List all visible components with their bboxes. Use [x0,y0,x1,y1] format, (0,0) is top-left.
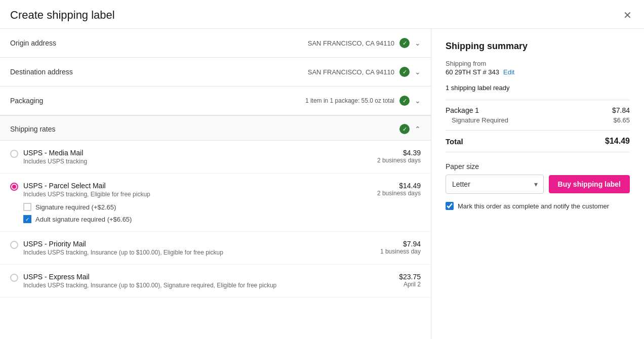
rate-main-usps-media: USPS - Media Mail Includes USPS tracking… [10,149,421,165]
rate-price-usps-parcel: $14.49 [377,182,421,190]
rates-header[interactable]: Shipping rates ✓ ⌃ [0,115,431,141]
close-button[interactable]: ✕ [621,8,634,22]
rate-info-usps-parcel: USPS - Parcel Select Mail Includes USPS … [23,182,150,198]
rate-name-usps-priority: USPS - Priority Mail [23,240,223,248]
modal-body: Origin address SAN FRANCISCO, CA 94110 ✓… [0,29,644,339]
left-panel: Origin address SAN FRANCISCO, CA 94110 ✓… [0,29,431,339]
rate-price-col-usps-express: $23.75 April 2 [399,273,421,288]
rate-days-usps-express: April 2 [399,281,421,288]
rates-chevron-icon: ⌃ [415,125,421,133]
destination-header-left: Destination address [10,68,73,76]
destination-label: Destination address [10,68,73,76]
paper-size-select[interactable]: Letter 4x6 Label [446,175,544,194]
checkbox-signature-required[interactable] [23,203,31,211]
edit-link[interactable]: Edit [503,68,514,76]
addon-adult-signature: ✓ Adult signature required (+$6.65) [23,215,421,223]
right-panel: Shipping summary Shipping from 60 29TH S… [431,29,644,339]
summary-address: 60 29TH ST # 343 [446,68,499,76]
paper-size-section: Paper size Letter 4x6 Label Buy shipping… [446,162,630,194]
rate-price-col-usps-parcel: $14.49 2 business days [377,182,421,197]
packaging-check-icon: ✓ [399,96,410,106]
destination-header-right: SAN FRANCISCO, CA 94110 ✓ ⌄ [308,67,421,77]
paper-size-label: Paper size [446,162,630,171]
rate-desc-usps-priority: Includes USPS tracking, Insurance (up to… [23,249,223,256]
rate-info-usps-media: USPS - Media Mail Includes USPS tracking [23,149,87,165]
radio-usps-express[interactable] [10,274,18,282]
radio-usps-parcel[interactable] [10,183,18,191]
modal-title: Create shipping label [10,9,115,22]
summary-package-price: $7.84 [612,106,630,114]
origin-chevron-icon: ⌄ [415,39,421,47]
destination-header[interactable]: Destination address SAN FRANCISCO, CA 94… [0,58,431,86]
summary-divider-1 [446,100,630,100]
packaging-chevron-icon: ⌄ [415,97,421,105]
addon-label-adult-signature: Adult signature required (+$6.65) [35,216,132,223]
rate-left-usps-express: USPS - Express Mail Includes USPS tracki… [10,273,276,289]
summary-from-label: Shipping from [446,60,630,67]
radio-usps-media[interactable] [10,150,18,158]
checkbox-adult-signature[interactable]: ✓ [23,215,31,223]
origin-header-right: SAN FRANCISCO, CA 94110 ✓ ⌄ [308,38,421,48]
rate-price-col-usps-media: $4.39 2 business days [377,149,421,164]
rate-price-usps-express: $23.75 [399,273,421,281]
summary-divider-2 [446,130,630,131]
rate-info-usps-priority: USPS - Priority Mail Includes USPS track… [23,240,223,256]
packaging-header-left: Packaging [10,97,43,105]
summary-title: Shipping summary [446,41,630,52]
origin-header[interactable]: Origin address SAN FRANCISCO, CA 94110 ✓… [0,29,431,57]
rate-main-usps-parcel: USPS - Parcel Select Mail Includes USPS … [10,182,421,198]
summary-signature-price: $6.65 [613,116,630,124]
rate-desc-usps-media: Includes USPS tracking [23,158,87,165]
packaging-header[interactable]: Packaging 1 item in 1 package: 55.0 oz t… [0,87,431,115]
packaging-value: 1 item in 1 package: 55.0 oz total [305,97,394,104]
rate-days-usps-media: 2 business days [377,157,421,164]
rate-left-usps-parcel: USPS - Parcel Select Mail Includes USPS … [10,182,150,198]
rate-price-usps-media: $4.39 [377,149,421,157]
summary-package-row: Package 1 $7.84 [446,106,630,114]
summary-signature-label: Signature Required [452,116,508,124]
rate-option-usps-media: USPS - Media Mail Includes USPS tracking… [0,141,431,174]
rate-info-usps-express: USPS - Express Mail Includes USPS tracki… [23,273,276,289]
buy-shipping-label-button[interactable]: Buy shipping label [549,175,630,193]
rates-check-icon: ✓ [399,124,410,134]
destination-check-icon: ✓ [399,67,410,77]
rate-left-usps-priority: USPS - Priority Mail Includes USPS track… [10,240,223,256]
addon-label-signature-required: Signature required (+$2.65) [35,203,116,211]
origin-value: SAN FRANCISCO, CA 94110 [308,39,394,47]
rates-label: Shipping rates [10,125,56,133]
destination-section: Destination address SAN FRANCISCO, CA 94… [0,58,431,87]
paper-size-select-wrapper: Letter 4x6 Label [446,175,544,194]
notify-checkbox[interactable] [446,202,454,210]
packaging-label: Packaging [10,97,43,105]
packaging-header-right: 1 item in 1 package: 55.0 oz total ✓ ⌄ [305,96,421,106]
rate-desc-usps-parcel: Includes USPS tracking, Eligible for fre… [23,191,150,198]
summary-divider-3 [446,152,630,152]
destination-value: SAN FRANCISCO, CA 94110 [308,68,394,76]
packaging-section: Packaging 1 item in 1 package: 55.0 oz t… [0,87,431,115]
rate-left-usps-media: USPS - Media Mail Includes USPS tracking [10,149,87,165]
addon-signature-required: Signature required (+$2.65) [23,203,421,211]
summary-signature-row: Signature Required $6.65 [446,116,630,124]
summary-address-row: 60 29TH ST # 343 Edit [446,68,630,76]
rate-name-usps-media: USPS - Media Mail [23,149,87,157]
notify-row: Mark this order as complete and notify t… [446,202,630,210]
summary-total-label: Total [446,137,463,146]
modal-header: Create shipping label ✕ [0,0,644,29]
destination-chevron-icon: ⌄ [415,68,421,76]
rate-main-usps-express: USPS - Express Mail Includes USPS tracki… [10,273,421,289]
radio-usps-priority[interactable] [10,241,18,249]
rate-options-list: USPS - Media Mail Includes USPS tracking… [0,141,431,298]
rate-option-usps-priority: USPS - Priority Mail Includes USPS track… [0,232,431,265]
rate-price-usps-priority: $7.94 [380,240,421,248]
rate-days-usps-parcel: 2 business days [377,190,421,197]
origin-section: Origin address SAN FRANCISCO, CA 94110 ✓… [0,29,431,58]
notify-label: Mark this order as complete and notify t… [458,202,609,210]
origin-header-left: Origin address [10,39,56,47]
origin-check-icon: ✓ [399,38,410,48]
summary-package-label: Package 1 [446,106,479,114]
rate-days-usps-priority: 1 business day [380,248,421,255]
rate-desc-usps-express: Includes USPS tracking, Insurance (up to… [23,282,276,289]
rates-header-right: ✓ ⌃ [399,124,421,134]
origin-label: Origin address [10,39,56,47]
rate-option-usps-express: USPS - Express Mail Includes USPS tracki… [0,265,431,298]
